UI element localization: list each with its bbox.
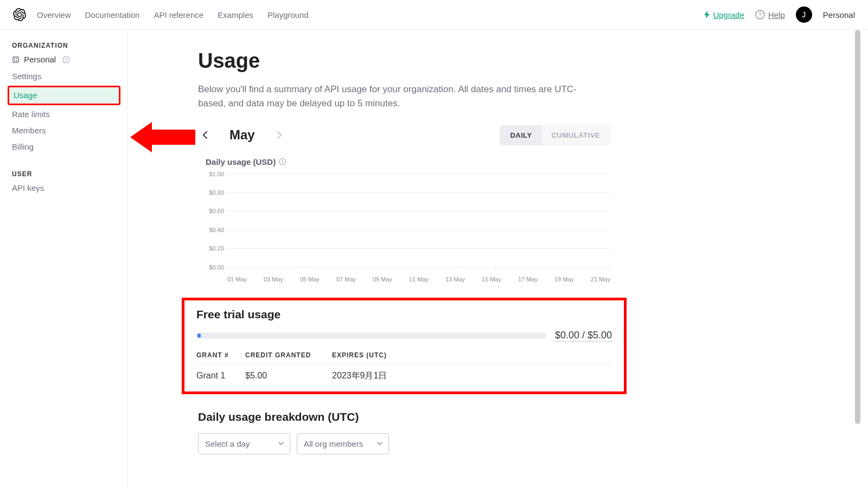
sidebar-item-label: Rate limits: [12, 110, 50, 119]
info-icon: [62, 56, 70, 63]
nav-playground[interactable]: Playground: [267, 10, 309, 20]
usage-chart: $1.00$0.80$0.60$0.40$0.20$0.00 01 May03 …: [206, 174, 610, 282]
help-link[interactable]: ? Help: [755, 10, 785, 20]
svg-rect-9: [66, 59, 67, 61]
sidebar-item-members[interactable]: Members: [12, 126, 127, 136]
chevron-down-icon: [278, 440, 284, 447]
page-title: Usage: [198, 49, 610, 73]
col-credit: CREDIT GRANTED: [245, 351, 332, 364]
current-month: May: [229, 127, 255, 143]
chevron-down-icon: [376, 440, 383, 447]
breakdown-section: Daily usage breakdown (UTC) Select a day…: [198, 410, 610, 454]
sidebar: ORGANIZATION Personal Settings Usage Rat…: [0, 30, 127, 488]
sidebar-org-name: Personal: [24, 55, 56, 64]
svg-rect-5: [14, 60, 15, 61]
sidebar-org-heading: ORGANIZATION: [12, 42, 127, 49]
next-month-button[interactable]: [272, 128, 286, 142]
svg-rect-2: [13, 57, 18, 62]
help-label: Help: [768, 10, 785, 20]
sidebar-item-rate-limits[interactable]: Rate limits: [12, 110, 127, 119]
select-day[interactable]: Select a day: [198, 433, 290, 454]
grant-row: Grant 1 $5.00 2023年9月1日: [196, 363, 612, 382]
help-icon: ?: [755, 10, 765, 20]
chart-title-text: Daily usage (USD): [206, 157, 276, 166]
info-icon: [279, 158, 286, 165]
nav-overview[interactable]: Overview: [37, 10, 71, 20]
sidebar-item-label: Usage: [14, 91, 37, 100]
svg-point-8: [66, 57, 67, 59]
toggle-daily[interactable]: DAILY: [500, 126, 541, 145]
scrollbar[interactable]: [855, 30, 860, 488]
nav-api-reference[interactable]: API reference: [154, 10, 203, 20]
grant-credit: $5.00: [245, 363, 332, 382]
svg-rect-6: [16, 60, 17, 61]
page-description: Below you'll find a summary of API usage…: [198, 82, 589, 111]
building-icon: [12, 56, 20, 63]
nav-examples[interactable]: Examples: [218, 10, 253, 20]
svg-rect-12: [283, 161, 283, 163]
free-trial-section: Free trial usage $0.00 / $5.00 GRANT # C…: [182, 298, 627, 394]
sidebar-item-settings[interactable]: Settings: [12, 72, 127, 81]
free-trial-title: Free trial usage: [196, 308, 612, 321]
sidebar-user-list: API keys: [12, 183, 127, 193]
free-trial-progress-fill: [197, 333, 201, 338]
sidebar-item-label: API keys: [12, 183, 44, 192]
nav-documentation[interactable]: Documentation: [85, 10, 140, 20]
openai-logo-icon: [13, 8, 26, 21]
free-trial-progress: [196, 332, 546, 339]
col-expires: EXPIRES (UTC): [332, 351, 612, 364]
sidebar-user-heading: USER: [12, 170, 127, 178]
nav-right: Upgrade ? Help J Personal: [704, 7, 855, 23]
select-members[interactable]: All org members: [297, 433, 389, 454]
upgrade-link[interactable]: Upgrade: [704, 10, 744, 20]
col-grant: GRANT #: [196, 351, 245, 364]
svg-rect-3: [14, 58, 15, 59]
sidebar-org-selector[interactable]: Personal: [12, 55, 127, 64]
svg-text:?: ?: [758, 11, 762, 18]
bolt-icon: [704, 11, 711, 18]
toggle-cumulative[interactable]: CUMULATIVE: [542, 126, 610, 145]
sidebar-item-usage[interactable]: Usage: [8, 86, 120, 105]
breakdown-title: Daily usage breakdown (UTC): [198, 410, 610, 423]
sidebar-item-api-keys[interactable]: API keys: [12, 183, 127, 193]
main-content: Usage Below you'll find a summary of API…: [127, 30, 868, 488]
chart-title: Daily usage (USD): [206, 157, 610, 166]
period-row: May DAILY CUMULATIVE: [198, 125, 610, 145]
avatar[interactable]: J: [796, 7, 812, 23]
nav-links: Overview Documentation API reference Exa…: [37, 10, 309, 20]
sidebar-item-label: Settings: [12, 72, 41, 81]
grant-number: Grant 1: [196, 363, 245, 382]
svg-point-11: [282, 160, 283, 161]
view-toggle: DAILY CUMULATIVE: [500, 125, 610, 145]
sidebar-item-billing[interactable]: Billing: [12, 142, 127, 152]
grant-table: GRANT # CREDIT GRANTED EXPIRES (UTC) Gra…: [196, 351, 612, 382]
sidebar-org-list: Settings Usage Rate limits Members Billi…: [12, 72, 127, 152]
prev-month-button[interactable]: [198, 128, 212, 142]
select-members-label: All org members: [304, 439, 363, 448]
account-label[interactable]: Personal: [823, 10, 855, 20]
sidebar-item-label: Billing: [12, 142, 34, 151]
scrollbar-thumb[interactable]: [855, 30, 860, 424]
top-nav: Overview Documentation API reference Exa…: [0, 0, 868, 30]
svg-rect-4: [16, 58, 17, 59]
free-trial-progress-text: $0.00 / $5.00: [555, 330, 612, 342]
sidebar-item-label: Members: [12, 126, 46, 135]
upgrade-label: Upgrade: [713, 10, 744, 20]
grant-expires: 2023年9月1日: [332, 363, 612, 382]
select-day-label: Select a day: [205, 439, 250, 448]
